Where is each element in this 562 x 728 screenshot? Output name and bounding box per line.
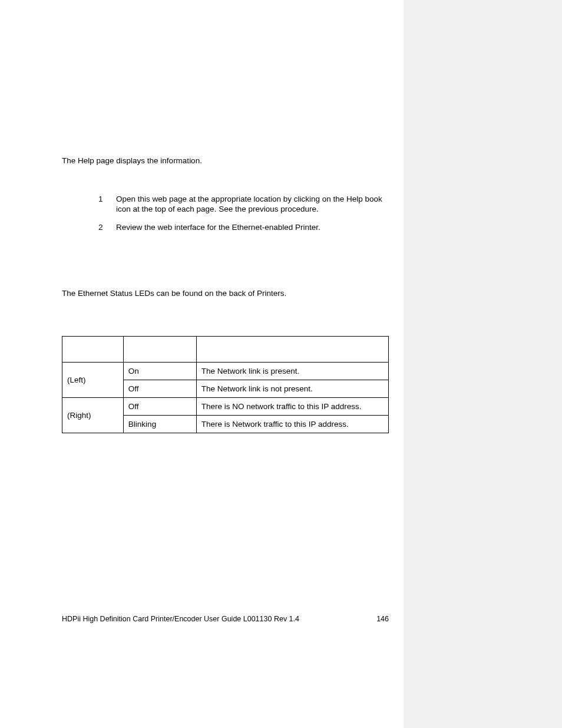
- cell-led-left: (Left): [62, 362, 124, 397]
- cell-status: Off: [123, 397, 196, 415]
- page-sidebar: [404, 0, 562, 728]
- leds-description: The Ethernet Status LEDs can be found on…: [62, 289, 389, 298]
- header-status: [123, 336, 196, 362]
- cell-desc: The Network link is present.: [196, 362, 388, 380]
- cell-status: On: [123, 362, 196, 380]
- table-row: (Right) Off There is NO network traffic …: [62, 397, 389, 415]
- step-number: 1: [98, 195, 116, 203]
- intro-suffix: information.: [160, 156, 202, 165]
- header-led: [62, 336, 124, 362]
- cell-desc: There is NO network traffic to this IP a…: [196, 397, 388, 415]
- footer-guide-title: HDPii High Definition Card Printer/Encod…: [62, 615, 299, 623]
- step-row: 2 Review the web interface for the Ether…: [98, 223, 389, 233]
- intro-paragraph: The Help page displays the information.: [62, 156, 389, 165]
- leds-table: (Left) On The Network link is present. O…: [62, 336, 389, 433]
- cell-desc: There is Network traffic to this IP addr…: [196, 415, 388, 433]
- step-list: 1 Open this web page at the appropriate …: [98, 195, 389, 233]
- step-number: 2: [98, 223, 116, 232]
- page-footer: HDPii High Definition Card Printer/Encod…: [62, 615, 389, 623]
- cell-status: Blinking: [123, 415, 196, 433]
- cell-status: Off: [123, 380, 196, 397]
- intro-prefix: The Help page displays the: [62, 156, 160, 165]
- footer-page-number: 146: [376, 615, 389, 623]
- table-header-row: [62, 336, 389, 362]
- header-description: [196, 336, 388, 362]
- cell-led-right: (Right): [62, 397, 124, 433]
- table-row: (Left) On The Network link is present.: [62, 362, 389, 380]
- cell-desc: The Network link is not present.: [196, 380, 388, 397]
- page-main: The Help page displays the information. …: [0, 0, 404, 728]
- step-text: Open this web page at the appropriate lo…: [116, 195, 387, 215]
- step-row: 1 Open this web page at the appropriate …: [98, 195, 389, 215]
- page-content: The Help page displays the information. …: [0, 0, 389, 433]
- step-text: Review the web interface for the Etherne…: [116, 223, 387, 233]
